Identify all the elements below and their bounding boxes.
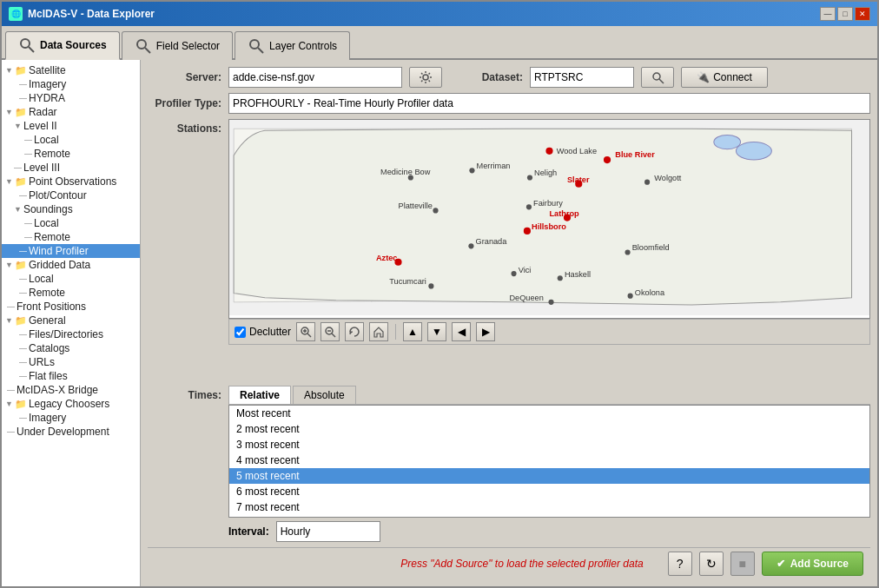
sidebar-item-flat-files[interactable]: — Flat files: [2, 369, 140, 383]
svg-text:Slater: Slater: [567, 175, 590, 184]
sidebar-item-soundings-local[interactable]: — Local: [2, 216, 140, 230]
pan-up-button[interactable]: ▲: [403, 322, 422, 341]
tab-data-sources[interactable]: Data Sources: [5, 31, 120, 60]
sidebar-item-plot-contour[interactable]: — Plot/Contour: [2, 188, 140, 202]
sidebar-item-satellite[interactable]: ▼ 📁 Satellite: [2, 63, 140, 77]
sidebar-item-hydra[interactable]: — HYDRA: [2, 91, 140, 105]
svg-point-0: [21, 39, 30, 48]
svg-text:Tucumcari: Tucumcari: [389, 277, 426, 286]
sidebar-item-gridded-remote[interactable]: — Remote: [2, 286, 140, 300]
zoom-out-button[interactable]: [321, 322, 340, 341]
tab-layer-controls[interactable]: Layer Controls: [235, 31, 350, 60]
main-panel: Server: adde.cise-nsf.gov Dataset: RTPTS…: [141, 60, 877, 586]
zoom-reset-button[interactable]: [345, 322, 364, 341]
sidebar-item-point-obs[interactable]: ▼ 📁 Point Observations: [2, 175, 140, 188]
server-label: Server:: [148, 71, 221, 83]
server-settings-button[interactable]: [409, 67, 442, 88]
title-bar: 🌐 McIDAS-V - Data Explorer — □ ✕: [2, 2, 877, 26]
sidebar-item-wind-profiler[interactable]: — Wind Profiler: [2, 244, 140, 258]
dataset-label: Dataset:: [449, 71, 523, 83]
help-button[interactable]: ?: [668, 552, 692, 576]
station-wood-lake: [545, 148, 552, 155]
connect-icon: 🔌: [697, 71, 710, 83]
tab-bar: Data Sources Field Selector Layer Contro…: [2, 26, 877, 60]
time-item-6-most-recent[interactable]: 6 most recent: [229, 484, 869, 499]
sidebar-item-soundings[interactable]: ▼ Soundings: [2, 202, 140, 216]
sidebar-item-level2[interactable]: ▼ Level II: [2, 119, 140, 133]
svg-point-16: [736, 142, 771, 160]
map-container[interactable]: Wood Lake Blue River Merriman Neligh Sla…: [228, 119, 870, 319]
connect-button[interactable]: 🔌 Connect: [681, 67, 768, 88]
sidebar-item-gridded-local[interactable]: — Local: [2, 272, 140, 286]
time-item-3-most-recent[interactable]: 3 most recent: [229, 437, 869, 453]
svg-line-5: [258, 48, 263, 53]
close-button[interactable]: ✕: [855, 7, 870, 21]
time-item-4-most-recent[interactable]: 4 most recent: [229, 453, 869, 468]
stop-button[interactable]: ■: [730, 552, 755, 576]
sidebar-item-imagery[interactable]: — Imagery: [2, 77, 140, 91]
dataset-search-button[interactable]: [641, 67, 674, 88]
tab-field-selector[interactable]: Field Selector: [122, 31, 233, 60]
sidebar-item-urls[interactable]: — URLs: [2, 355, 140, 369]
add-source-icon: ✔: [777, 558, 785, 570]
station-granada: [468, 243, 473, 248]
sidebar-item-mcidas-bridge[interactable]: — McIDAS-X Bridge: [2, 383, 140, 397]
sidebar-item-soundings-remote[interactable]: — Remote: [2, 230, 140, 244]
time-item-2-most-recent[interactable]: 2 most recent: [229, 421, 869, 437]
station-dequeen: [548, 300, 553, 305]
svg-text:Haskell: Haskell: [565, 270, 591, 279]
svg-point-4: [250, 40, 259, 49]
sidebar-item-under-dev[interactable]: — Under Development: [2, 425, 140, 439]
map-toolbar: Declutter: [228, 319, 870, 345]
interval-row: Interval: Hourly: [228, 521, 870, 542]
zoom-in-button[interactable]: [296, 322, 315, 341]
sidebar-item-radar[interactable]: ▼ 📁 Radar: [2, 105, 140, 119]
declutter-checkbox[interactable]: [235, 327, 246, 338]
sidebar-item-remote[interactable]: — Remote: [2, 147, 140, 161]
connect-label: Connect: [713, 71, 752, 83]
svg-text:Granada: Granada: [476, 237, 508, 246]
sidebar-item-legacy-choosers[interactable]: ▼ 📁 Legacy Choosers: [2, 397, 140, 411]
pan-down-button[interactable]: ▼: [427, 322, 446, 341]
sidebar-item-catalogs[interactable]: — Catalogs: [2, 341, 140, 355]
sidebar-item-files-dirs[interactable]: — Files/Directories: [2, 327, 140, 341]
time-item-most-recent[interactable]: Most recent: [229, 406, 869, 421]
svg-text:Blue River: Blue River: [615, 150, 655, 159]
minimize-button[interactable]: —: [820, 7, 836, 21]
tab-relative[interactable]: Relative: [228, 386, 291, 404]
station-vici: [511, 271, 516, 276]
time-item-5-most-recent[interactable]: 5 most recent: [229, 468, 869, 484]
server-select[interactable]: adde.cise-nsf.gov: [228, 67, 402, 88]
window-title: McIDAS-V - Data Explorer: [28, 8, 155, 20]
pan-right-button[interactable]: ▶: [476, 322, 495, 341]
pan-left-button[interactable]: ◀: [452, 322, 471, 341]
sidebar-item-legacy-imagery[interactable]: — Imagery: [2, 411, 140, 425]
dataset-select[interactable]: RTPTSRC: [530, 67, 634, 88]
tab-absolute[interactable]: Absolute: [293, 386, 356, 404]
time-item-7-most-recent[interactable]: 7 most recent: [229, 499, 869, 515]
sidebar-item-gridded-data[interactable]: ▼ 📁 Gridded Data: [2, 258, 140, 272]
sidebar-item-level3[interactable]: — Level III: [2, 161, 140, 175]
layer-controls-icon: [248, 37, 265, 55]
profiler-type-select[interactable]: PROFHOURLY - Real-Time Hourly Profiler d…: [228, 93, 870, 114]
svg-text:Fairbury: Fairbury: [533, 199, 563, 208]
svg-text:DeQueen: DeQueen: [509, 294, 543, 302]
interval-select[interactable]: Hourly: [276, 521, 380, 542]
sidebar-item-general[interactable]: ▼ 📁 General: [2, 314, 140, 327]
sidebar-item-front-positions[interactable]: — Front Positions: [2, 300, 140, 314]
svg-line-8: [659, 79, 664, 83]
svg-text:Hillsboro: Hillsboro: [532, 222, 566, 231]
content-area: ▼ 📁 Satellite — Imagery — HYDRA ▼ 📁 Rada…: [2, 60, 877, 586]
station-merriman: [469, 168, 474, 173]
station-platteville: [433, 208, 438, 213]
sidebar-item-local[interactable]: — Local: [2, 133, 140, 147]
declutter-checkbox-row: Declutter: [235, 326, 291, 338]
home-button[interactable]: [369, 322, 388, 341]
refresh-button[interactable]: ↻: [699, 552, 724, 576]
times-label: Times:: [148, 386, 221, 401]
interval-label: Interval:: [228, 525, 269, 538]
add-source-button[interactable]: ✔ Add Source: [762, 552, 863, 576]
profiler-type-row: Profiler Type: PROFHOURLY - Real-Time Ho…: [148, 93, 870, 114]
sidebar: ▼ 📁 Satellite — Imagery — HYDRA ▼ 📁 Rada…: [2, 60, 141, 586]
maximize-button[interactable]: □: [837, 7, 853, 21]
